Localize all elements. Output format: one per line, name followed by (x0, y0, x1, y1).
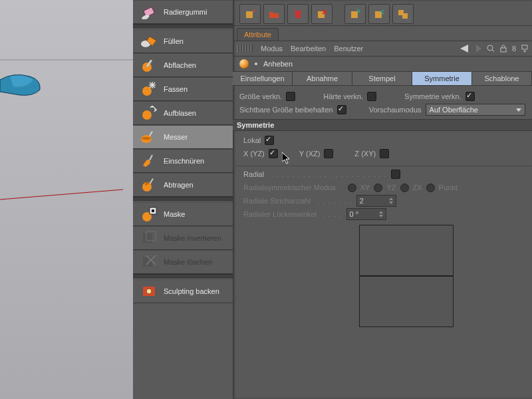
rb-zx[interactable] (400, 184, 409, 192)
lbl-punkt: Punkt (439, 184, 458, 192)
tool-label: Maske invertieren (164, 234, 221, 242)
nav-fwd-icon[interactable] (476, 45, 481, 53)
dot-icon (254, 62, 258, 66)
tool-messer[interactable]: Messer (133, 125, 233, 149)
lbl-lokal: Lokal (243, 136, 261, 144)
nf-value: 0 ° (350, 210, 359, 218)
menu-bearbeiten[interactable]: Bearbeiten (291, 45, 326, 53)
lbl-radial: Radial (243, 170, 264, 178)
tool-fassen[interactable]: Fassen (133, 77, 233, 101)
dropdown-icon[interactable] (521, 45, 528, 53)
flatten-icon (140, 56, 158, 74)
tool-label: Fassen (164, 85, 188, 93)
svg-point-14 (142, 110, 152, 120)
misc-button-1[interactable] (344, 4, 366, 24)
attribute-manager: + Attribute Modus Bearbeiten Benutzer 8 … (233, 0, 532, 399)
tool-maske-loeschen[interactable]: Maske löschen (133, 250, 233, 274)
open-button[interactable] (263, 4, 285, 24)
nf-strichanzahl[interactable]: 2 (356, 195, 396, 207)
preview-bottom (359, 276, 454, 327)
remove-button[interactable] (311, 4, 332, 24)
mask-icon (140, 205, 158, 223)
dd-vorschaumodus[interactable]: Auf Oberfläche (426, 104, 525, 116)
subtab-abnahme[interactable]: Abnahme (293, 72, 352, 85)
attr-menubar: Modus Bearbeiten Benutzer 8 (233, 41, 532, 57)
tab-attribute[interactable]: Attribute (237, 28, 279, 41)
tool-label: Messer (164, 133, 188, 141)
tool-maske[interactable]: Maske (133, 202, 233, 226)
scrape-icon (140, 176, 158, 194)
manager-tabs: Attribute (233, 26, 532, 41)
delete-button[interactable] (287, 4, 309, 24)
tool-abflachen[interactable]: Abflachen (133, 53, 233, 77)
svg-rect-34 (295, 12, 301, 18)
cb-lokal[interactable] (265, 136, 274, 145)
search-icon[interactable] (487, 45, 495, 53)
cb-symverkn[interactable] (466, 92, 475, 101)
svg-rect-42 (402, 13, 408, 19)
rb-punkt[interactable] (426, 184, 435, 192)
preview-top (359, 225, 454, 276)
tool-label: Maske löschen (164, 258, 212, 266)
tool-sculpting-backen[interactable]: Sculpting backen (133, 279, 233, 303)
lbl-vorschau: Vorschaumodus (369, 106, 422, 114)
lbl-zx: ZX (413, 184, 422, 192)
lbl-x-yz: X (YZ) (243, 150, 265, 158)
misc-button-3[interactable] (392, 4, 414, 24)
svg-line-46 (492, 50, 494, 52)
nf-lueckenwinkel[interactable]: 0 ° (346, 208, 386, 220)
svg-rect-35 (295, 11, 301, 12)
subtab-symmetrie[interactable]: Symmetrie (412, 72, 472, 85)
svg-line-18 (150, 155, 152, 160)
cb-groesse[interactable] (286, 92, 295, 101)
misc-button-2[interactable] (368, 4, 390, 24)
tool-label: Aufblasen (164, 109, 196, 117)
object-manager-toolbar: + (233, 0, 532, 26)
menu-benutzer[interactable]: Benutzer (334, 45, 363, 53)
nf-value: 2 (360, 197, 364, 205)
tool-maske-invertieren[interactable]: Maske invertieren (133, 226, 233, 250)
tool-fuellen[interactable]: Füllen (133, 29, 233, 53)
subtab-einstellungen[interactable]: Einstellungen (233, 72, 293, 85)
nav-back-icon[interactable] (460, 45, 471, 53)
grab-icon (140, 80, 158, 98)
cb-sichtbare[interactable] (337, 105, 346, 114)
new-obj-button[interactable]: + (239, 4, 261, 24)
cb-y-xz[interactable] (324, 149, 333, 158)
cb-haerte[interactable] (367, 92, 376, 101)
svg-rect-39 (351, 11, 358, 18)
tool-icon (239, 59, 249, 68)
rb-xy[interactable] (348, 184, 356, 192)
cb-radial[interactable] (391, 170, 400, 179)
mask-delete-icon (140, 253, 158, 271)
tool-aufblasen[interactable]: Aufblasen (133, 101, 233, 125)
dd-value: Auf Oberfläche (430, 106, 478, 114)
dots: . . . . . . . . . . . . . . . . . . . . … (268, 170, 386, 178)
lock-icon[interactable] (500, 45, 507, 53)
attr-panel-body: Größe verkn. Härte verkn. Symmetrie verk… (233, 86, 532, 331)
tool-einschnueren[interactable]: Einschnüren (133, 149, 233, 173)
pinch-icon (140, 152, 158, 170)
svg-marker-43 (460, 45, 468, 53)
subtab-schablone[interactable]: Schablone (472, 72, 532, 85)
tool-abtragen[interactable]: Abtragen (133, 173, 233, 197)
rb-yz[interactable] (374, 184, 382, 192)
dots: . . . . (321, 210, 342, 218)
menu-modus[interactable]: Modus (261, 45, 283, 53)
lbl-radmode: Radialsymmetrischer Modus (243, 184, 336, 192)
svg-point-50 (255, 63, 257, 65)
lbl-strichanzahl: Radiale Strichanzahl (243, 197, 311, 205)
inflate-icon (140, 104, 158, 122)
cb-z-xy[interactable] (380, 149, 389, 158)
subtab-stempel[interactable]: Stempel (352, 72, 412, 85)
svg-text:+: + (252, 8, 256, 15)
lbl-symverkn: Symmetrie verkn. (404, 92, 462, 100)
tool-label: Maske (164, 210, 185, 218)
cb-x-yz[interactable] (269, 149, 278, 158)
tool-radiergummi[interactable]: Radiergummi (133, 0, 233, 24)
eraser-icon (140, 3, 158, 21)
svg-rect-17 (149, 131, 153, 136)
bucket-icon (140, 32, 158, 51)
viewport-3d[interactable] (0, 0, 133, 399)
tool-label: Einschnüren (164, 157, 204, 165)
